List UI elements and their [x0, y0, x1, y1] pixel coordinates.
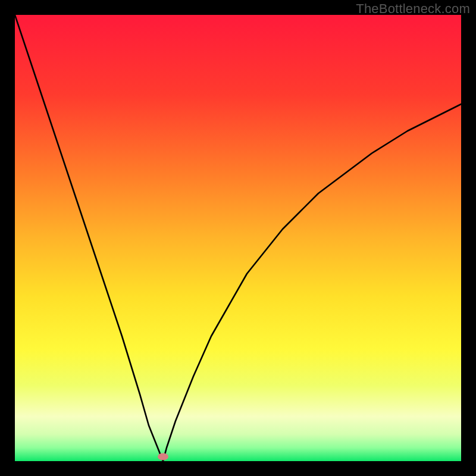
watermark-text: TheBottleneck.com [356, 1, 470, 17]
svg-rect-0 [15, 15, 461, 461]
svg-point-1 [158, 453, 168, 461]
chart-svg [15, 15, 461, 461]
plot-area [15, 15, 461, 461]
chart-frame: TheBottleneck.com [0, 0, 476, 476]
